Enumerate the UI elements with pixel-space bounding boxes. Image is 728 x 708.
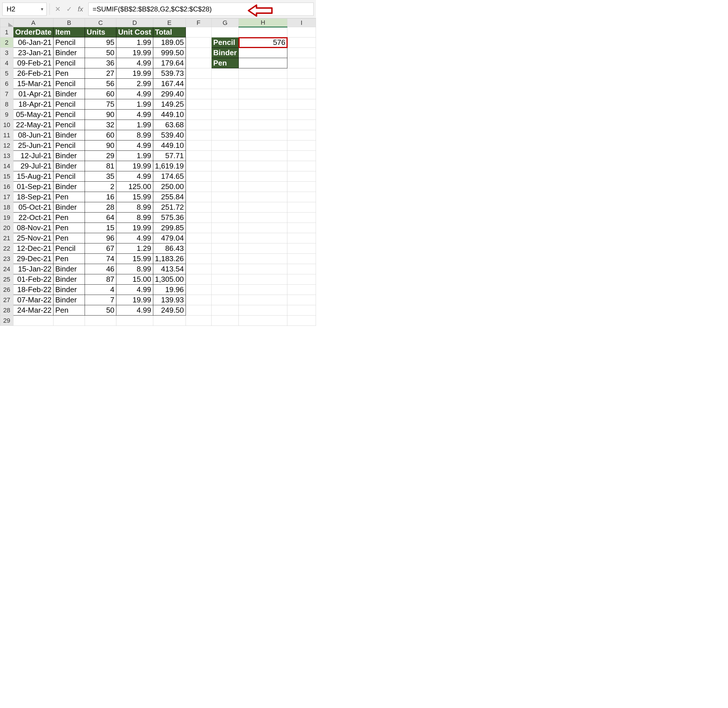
cell-D26[interactable]: 4.99 bbox=[116, 284, 153, 295]
cell-I18[interactable] bbox=[287, 202, 316, 213]
cell-H25[interactable] bbox=[239, 274, 287, 284]
name-box[interactable]: H2 ▼ bbox=[2, 3, 46, 16]
cell-G28[interactable] bbox=[211, 305, 239, 316]
cell-A18[interactable]: 05-Oct-21 bbox=[13, 202, 53, 213]
cell-G17[interactable] bbox=[211, 192, 239, 202]
row-header[interactable]: 4 bbox=[0, 58, 13, 68]
cell-I14[interactable] bbox=[287, 161, 316, 171]
cell-A15[interactable]: 15-Aug-21 bbox=[13, 171, 53, 182]
cell-G25[interactable] bbox=[211, 274, 239, 284]
cell-A7[interactable]: 01-Apr-21 bbox=[13, 89, 53, 99]
cell-F29[interactable] bbox=[185, 316, 211, 326]
column-header-A[interactable]: A bbox=[13, 19, 53, 27]
cell-H18[interactable] bbox=[239, 202, 287, 213]
cell-C12[interactable]: 90 bbox=[85, 141, 116, 151]
cell-A3[interactable]: 23-Jan-21 bbox=[13, 48, 53, 58]
cell-C3[interactable]: 50 bbox=[85, 48, 116, 58]
cell-H22[interactable] bbox=[239, 244, 287, 254]
cell-D4[interactable]: 4.99 bbox=[116, 58, 153, 68]
cell-B11[interactable]: Binder bbox=[54, 130, 85, 141]
cell-A20[interactable]: 08-Nov-21 bbox=[13, 223, 53, 233]
row-header[interactable]: 7 bbox=[0, 89, 13, 99]
cell-D17[interactable]: 15.99 bbox=[116, 192, 153, 202]
cell-D14[interactable]: 19.99 bbox=[116, 161, 153, 171]
cell-H8[interactable] bbox=[239, 99, 287, 110]
cell-B3[interactable]: Binder bbox=[54, 48, 85, 58]
cell-C2[interactable]: 95 bbox=[85, 38, 116, 48]
cell-B29[interactable] bbox=[54, 316, 85, 326]
name-box-dropdown-icon[interactable]: ▼ bbox=[40, 7, 44, 12]
cell-A10[interactable]: 22-May-21 bbox=[13, 120, 53, 130]
cell-G11[interactable] bbox=[211, 130, 239, 141]
row-header[interactable]: 8 bbox=[0, 99, 13, 110]
cell-E15[interactable]: 174.65 bbox=[153, 171, 185, 182]
cell-H29[interactable] bbox=[239, 316, 287, 326]
cell-C18[interactable]: 28 bbox=[85, 202, 116, 213]
cell-G24[interactable] bbox=[211, 264, 239, 274]
cell-A14[interactable]: 29-Jul-21 bbox=[13, 161, 53, 171]
cell-C7[interactable]: 60 bbox=[85, 89, 116, 99]
cell-A27[interactable]: 07-Mar-22 bbox=[13, 295, 53, 305]
cell-I29[interactable] bbox=[287, 316, 316, 326]
cell-E20[interactable]: 299.85 bbox=[153, 223, 185, 233]
cell-G15[interactable] bbox=[211, 171, 239, 182]
cell-D5[interactable]: 19.99 bbox=[116, 68, 153, 79]
row-header[interactable]: 17 bbox=[0, 192, 13, 202]
cell-A1[interactable]: OrderDate bbox=[13, 27, 53, 38]
cell-D18[interactable]: 8.99 bbox=[116, 202, 153, 213]
cell-A9[interactable]: 05-May-21 bbox=[13, 110, 53, 120]
cell-C19[interactable]: 64 bbox=[85, 213, 116, 223]
cell-C29[interactable] bbox=[85, 316, 116, 326]
cell-B7[interactable]: Binder bbox=[54, 89, 85, 99]
formula-input[interactable]: =SUMIF($B$2:$B$28,G2,$C$2:$C$28) bbox=[88, 3, 314, 16]
cell-E17[interactable]: 255.84 bbox=[153, 192, 185, 202]
cell-E27[interactable]: 139.93 bbox=[153, 295, 185, 305]
cell-E26[interactable]: 19.96 bbox=[153, 284, 185, 295]
cell-D29[interactable] bbox=[116, 316, 153, 326]
cell-A26[interactable]: 18-Feb-22 bbox=[13, 284, 53, 295]
cell-H9[interactable] bbox=[239, 110, 287, 120]
cell-C23[interactable]: 74 bbox=[85, 254, 116, 264]
cell-I16[interactable] bbox=[287, 182, 316, 192]
cell-F28[interactable] bbox=[185, 305, 211, 316]
cell-F5[interactable] bbox=[185, 68, 211, 79]
cell-G22[interactable] bbox=[211, 244, 239, 254]
row-header[interactable]: 11 bbox=[0, 130, 13, 141]
cell-F21[interactable] bbox=[185, 233, 211, 244]
cell-I11[interactable] bbox=[287, 130, 316, 141]
cell-E8[interactable]: 149.25 bbox=[153, 99, 185, 110]
column-header-F[interactable]: F bbox=[185, 19, 211, 27]
cell-H4[interactable] bbox=[239, 58, 287, 68]
cell-E3[interactable]: 999.50 bbox=[153, 48, 185, 58]
cell-G8[interactable] bbox=[211, 99, 239, 110]
cell-A23[interactable]: 29-Dec-21 bbox=[13, 254, 53, 264]
cell-D10[interactable]: 1.99 bbox=[116, 120, 153, 130]
cell-H7[interactable] bbox=[239, 89, 287, 99]
cell-A16[interactable]: 01-Sep-21 bbox=[13, 182, 53, 192]
row-header[interactable]: 9 bbox=[0, 110, 13, 120]
cell-G16[interactable] bbox=[211, 182, 239, 192]
cell-B13[interactable]: Binder bbox=[54, 151, 85, 161]
cell-B14[interactable]: Binder bbox=[54, 161, 85, 171]
row-header[interactable]: 5 bbox=[0, 68, 13, 79]
cell-H13[interactable] bbox=[239, 151, 287, 161]
cell-H26[interactable] bbox=[239, 284, 287, 295]
cell-G29[interactable] bbox=[211, 316, 239, 326]
cell-B27[interactable]: Binder bbox=[54, 295, 85, 305]
row-header[interactable]: 23 bbox=[0, 254, 13, 264]
cell-D9[interactable]: 4.99 bbox=[116, 110, 153, 120]
cell-E7[interactable]: 299.40 bbox=[153, 89, 185, 99]
cell-C26[interactable]: 4 bbox=[85, 284, 116, 295]
cell-H16[interactable] bbox=[239, 182, 287, 192]
cell-G19[interactable] bbox=[211, 213, 239, 223]
cell-I13[interactable] bbox=[287, 151, 316, 161]
cell-F14[interactable] bbox=[185, 161, 211, 171]
cell-D23[interactable]: 15.99 bbox=[116, 254, 153, 264]
cell-I15[interactable] bbox=[287, 171, 316, 182]
cell-B2[interactable]: Pencil bbox=[54, 38, 85, 48]
row-header[interactable]: 13 bbox=[0, 151, 13, 161]
cancel-icon[interactable]: ✕ bbox=[55, 5, 61, 13]
cell-F15[interactable] bbox=[185, 171, 211, 182]
row-header[interactable]: 18 bbox=[0, 202, 13, 213]
cell-I23[interactable] bbox=[287, 254, 316, 264]
